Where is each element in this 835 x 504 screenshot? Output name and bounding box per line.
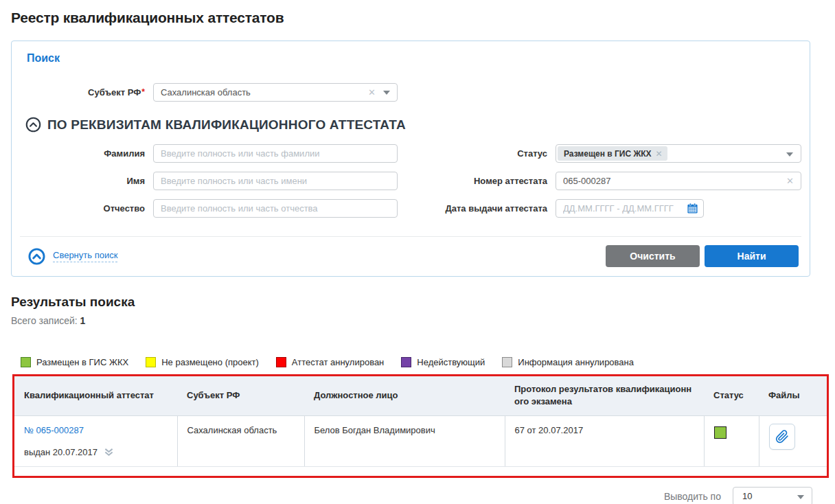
results-table-highlight: Квалификационный аттестат Субъект РФ Дол… — [12, 374, 829, 478]
firstname-label: Имя — [25, 176, 146, 186]
legend-swatch-green — [21, 357, 31, 367]
status-chip-remove-icon[interactable]: ✕ — [656, 149, 663, 159]
lastname-field — [153, 144, 398, 163]
firstname-input[interactable] — [153, 172, 398, 190]
search-panel-heading: Поиск — [27, 52, 799, 65]
section-requisites: ПО РЕКВИЗИТАМ КВАЛИФИКАЦИОННОГО АТТЕСТАТ… — [25, 117, 801, 133]
col-subject: Субъект РФ — [177, 376, 304, 415]
status-multiselect[interactable]: Размещен в ГИС ЖКХ ✕ — [556, 144, 801, 163]
results-heading: Результаты поиска — [11, 295, 835, 310]
legend-item-annulled: Аттестат аннулирован — [276, 357, 384, 367]
page-size-value: 10 — [742, 491, 752, 501]
records-count-value: 1 — [80, 315, 86, 326]
page-size-label: Выводить по — [664, 491, 721, 502]
calendar-icon[interactable] — [687, 199, 698, 218]
section-collapse-icon[interactable] — [25, 117, 41, 133]
cell-subject: Сахалинская область — [177, 415, 304, 466]
required-asterisk: * — [141, 87, 145, 97]
search-buttons: Очистить Найти — [606, 245, 799, 267]
subject-clear-icon[interactable]: ✕ — [368, 83, 376, 102]
status-chip: Размещен в ГИС ЖКХ ✕ — [558, 146, 667, 161]
certificate-number-input[interactable] — [556, 172, 801, 190]
page-size-dropdown-icon[interactable] — [797, 488, 804, 504]
search-form: Субъект РФ* ✕ ПО РЕКВИЗИТАМ КВАЛИФИКАЦИО… — [25, 83, 799, 218]
certificate-number-clear-icon[interactable]: ✕ — [786, 172, 794, 190]
status-dropdown-icon[interactable] — [786, 145, 793, 163]
records-count: Всего записей: 1 — [11, 315, 835, 326]
page-size-select[interactable]: 10 — [733, 487, 812, 504]
clear-button[interactable]: Очистить — [606, 245, 700, 267]
status-label: Статус — [404, 148, 549, 159]
page: Реестр квалификационных аттестатов Поиск… — [0, 10, 835, 504]
legend-swatch-gray — [502, 357, 512, 367]
cell-official: Белов Богдан Владимирович — [304, 415, 505, 466]
status-legend: Размещен в ГИС ЖКХ Не размещено (проект)… — [21, 357, 835, 367]
col-official: Должностное лицо — [304, 376, 505, 415]
middlename-label: Отчество — [25, 203, 146, 214]
col-certificate: Квалификационный аттестат — [14, 376, 177, 415]
col-files: Файлы — [759, 376, 827, 415]
lastname-input[interactable] — [153, 144, 398, 163]
issue-date-label: Дата выдачи аттестата — [404, 203, 549, 214]
pagination: Выводить по 10 — [0, 487, 812, 504]
middlename-input[interactable] — [153, 199, 398, 218]
collapse-search-icon[interactable] — [28, 248, 45, 265]
middlename-field — [153, 199, 398, 218]
certificate-link[interactable]: № 065-000287 — [24, 425, 84, 435]
cell-files — [759, 415, 827, 466]
legend-item-inactive: Недействующий — [401, 357, 485, 367]
search-panel: Поиск Субъект РФ* ✕ ПО РЕКВИ — [11, 41, 810, 277]
firstname-field — [153, 172, 398, 190]
legend-item-placed: Размещен в ГИС ЖКХ — [21, 357, 128, 367]
table-row: № 065-000287 выдан 20.07.2017 Сахалинска… — [14, 415, 827, 466]
col-protocol: Протокол результатов квалификационного э… — [505, 376, 704, 415]
panel-footer: Свернуть поиск Очистить Найти — [25, 245, 799, 267]
page-title: Реестр квалификационных аттестатов — [11, 10, 835, 26]
certificate-number-label: Номер аттестата — [404, 176, 549, 186]
collapse-search-link[interactable]: Свернуть поиск — [53, 250, 117, 262]
certificate-number-field: ✕ — [556, 172, 801, 190]
cell-certificate: № 065-000287 выдан 20.07.2017 — [14, 415, 177, 466]
issue-date-field — [556, 199, 704, 218]
subject-label: Субъект РФ* — [25, 87, 146, 98]
table-header-row: Квалификационный аттестат Субъект РФ Дол… — [14, 376, 827, 415]
attachment-button[interactable] — [769, 424, 795, 450]
subject-combobox[interactable]: ✕ — [153, 83, 398, 102]
subject-input[interactable] — [153, 83, 398, 102]
cell-status — [704, 415, 759, 466]
collapse-search[interactable]: Свернуть поиск — [28, 248, 117, 265]
col-status: Статус — [704, 376, 759, 415]
issued-line: выдан 20.07.2017 — [24, 447, 168, 457]
lastname-label: Фамилия — [25, 148, 146, 159]
legend-swatch-yellow — [146, 357, 156, 367]
paperclip-icon — [775, 430, 789, 444]
panel-divider — [20, 236, 801, 237]
legend-swatch-purple — [401, 357, 411, 367]
status-square — [714, 426, 727, 439]
subject-dropdown-icon[interactable] — [383, 83, 390, 102]
legend-item-info-annulled: Информация аннулирована — [502, 357, 634, 367]
expand-row-icon[interactable] — [104, 448, 114, 457]
section-requisites-title: ПО РЕКВИЗИТАМ КВАЛИФИКАЦИОННОГО АТТЕСТАТ… — [47, 117, 406, 133]
results-table: Квалификационный аттестат Субъект РФ Дол… — [14, 376, 827, 467]
legend-item-draft: Не размещено (проект) — [146, 357, 259, 367]
issue-date-input[interactable] — [556, 199, 704, 218]
find-button[interactable]: Найти — [705, 245, 799, 267]
legend-swatch-red — [276, 357, 286, 367]
cell-protocol: 67 от 20.07.2017 — [505, 415, 704, 466]
